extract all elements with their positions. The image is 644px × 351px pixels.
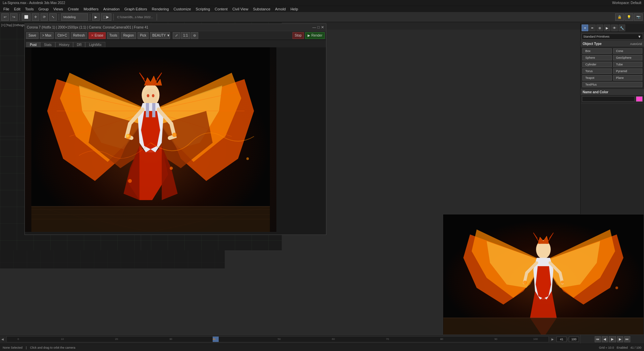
- menu-content[interactable]: Content: [213, 7, 230, 11]
- object-name-input[interactable]: [582, 96, 635, 102]
- toolbar-render-region[interactable]: ⬚▶: [101, 13, 111, 21]
- tool-hierarchy[interactable]: ⊕: [596, 24, 603, 31]
- btn-cylinder[interactable]: Cylinder: [582, 62, 612, 67]
- btn-plane[interactable]: Plane: [613, 75, 643, 81]
- menu-substance[interactable]: Substance: [251, 7, 272, 11]
- menu-tools[interactable]: Tools: [23, 7, 36, 11]
- render-button[interactable]: ▶ Render: [305, 32, 325, 39]
- ctrl-c-button[interactable]: Ctrl+C: [55, 32, 69, 39]
- toolbar-undo[interactable]: ↩: [1, 13, 9, 21]
- btn-box[interactable]: Box: [582, 48, 612, 54]
- toolbar-lock[interactable]: 🔒: [615, 13, 624, 21]
- toolbar-redo[interactable]: ↪: [10, 13, 17, 21]
- btn-cone[interactable]: Cone: [613, 48, 643, 54]
- menu-help[interactable]: Help: [288, 7, 300, 11]
- menu-civil-view[interactable]: Civil View: [230, 7, 250, 11]
- zoom-out[interactable]: ⊖: [191, 32, 198, 39]
- toolbar-view-select[interactable]: Modeling: [61, 13, 88, 21]
- beauty-dropdown[interactable]: BEAUTY ▼: [150, 32, 170, 39]
- refresh-button[interactable]: Refresh: [71, 32, 87, 39]
- menu-customize[interactable]: Customize: [171, 7, 193, 11]
- tab-stats[interactable]: Stats: [40, 42, 55, 47]
- current-frame-input[interactable]: [556, 337, 567, 342]
- name-color-row: [582, 96, 643, 102]
- toolbar-render[interactable]: ▶: [92, 13, 100, 21]
- tab-dr[interactable]: DR: [73, 42, 85, 47]
- play-last[interactable]: ⏭: [624, 336, 630, 342]
- svg-point-9: [172, 133, 176, 137]
- menu-animation[interactable]: Animation: [101, 7, 122, 11]
- tool-utilities[interactable]: 🔧: [619, 24, 625, 31]
- render-maximize[interactable]: □: [317, 25, 320, 30]
- menu-arnold[interactable]: Arnold: [273, 7, 288, 11]
- play-first[interactable]: ⏮: [595, 336, 601, 342]
- max-button[interactable]: > Max: [40, 32, 54, 39]
- btn-textplus[interactable]: TextPlus: [582, 82, 642, 87]
- render-minimize[interactable]: —: [312, 25, 316, 30]
- stop-button[interactable]: Stop: [292, 32, 304, 39]
- render-titlebar: Corona 7 (Hotfix 1) | 2000×1500px (1:1) …: [25, 24, 326, 31]
- primitives-arrow: ▼: [638, 35, 641, 39]
- toolbar-select[interactable]: ⬜: [22, 13, 31, 21]
- bottom-preview-window: [443, 214, 644, 335]
- zoom-1to1[interactable]: 1:1: [181, 32, 190, 39]
- menu-edit[interactable]: Edit: [12, 7, 22, 11]
- menu-file[interactable]: File: [1, 7, 11, 11]
- object-type-header[interactable]: Object Type AutoGrid: [581, 41, 644, 47]
- main-toolbar: ↩ ↪ ⬜ ✛ ⟳ ⤡ Modeling ▶ ⬚▶ C:\Users\BL..s…: [0, 12, 644, 22]
- name-color-title: Name and Color: [583, 90, 608, 94]
- erase-label: Erase: [95, 34, 103, 37]
- toolbar-scale[interactable]: ⤡: [49, 13, 57, 21]
- total-frames-input[interactable]: [569, 337, 579, 342]
- tool-modify[interactable]: ✒: [589, 24, 596, 31]
- render-close[interactable]: ✕: [321, 25, 324, 30]
- btn-tube[interactable]: Tube: [613, 62, 643, 67]
- btn-torus[interactable]: Torus: [582, 68, 612, 74]
- save-button[interactable]: Save: [26, 32, 39, 39]
- menu-rendering[interactable]: Rendering: [150, 7, 171, 11]
- tools-button[interactable]: Tools: [107, 32, 119, 39]
- tool-display[interactable]: 👁: [611, 24, 618, 31]
- primitives-dropdown[interactable]: Standard Primitives ▼: [582, 34, 643, 40]
- region-button[interactable]: Region: [121, 32, 136, 39]
- menu-views[interactable]: Views: [51, 7, 65, 11]
- name-color-header[interactable]: Name and Color: [581, 89, 644, 95]
- toolbar-cam[interactable]: 📷: [634, 13, 643, 21]
- erase-button[interactable]: ✕ Erase: [89, 32, 106, 39]
- tool-create[interactable]: ✦: [582, 24, 588, 31]
- autoname-label: AutoGrid: [630, 42, 642, 46]
- menu-create[interactable]: Create: [66, 7, 81, 11]
- object-color-swatch[interactable]: [636, 96, 643, 102]
- timeline-end: ▶: [550, 338, 555, 341]
- frame-counter: /: [555, 337, 580, 342]
- tab-lightmix[interactable]: LightMix: [85, 42, 105, 47]
- toolbar-rotate[interactable]: ⟳: [41, 13, 48, 21]
- play-forward[interactable]: ▶: [609, 336, 616, 342]
- tool-motion[interactable]: ▶: [604, 24, 610, 31]
- play-next[interactable]: ▶: [617, 336, 623, 342]
- toolbar-light[interactable]: 💡: [625, 13, 633, 21]
- btn-geosphere[interactable]: GeoSphere: [613, 55, 643, 60]
- btn-pyramid[interactable]: Pyramid: [613, 68, 643, 74]
- menu-group[interactable]: Group: [36, 7, 51, 11]
- svg-point-6: [152, 94, 155, 97]
- toolbar-right-icons: 🔒 💡 📷: [615, 13, 643, 21]
- timeline-track[interactable]: 0 10 20 30 41 50 60 70 80 90 100: [6, 336, 549, 342]
- render-label: Render: [311, 34, 322, 37]
- tab-history[interactable]: History: [55, 42, 73, 47]
- menu-graph-editors[interactable]: Graph Editors: [122, 7, 149, 11]
- toolbar-move[interactable]: ✛: [32, 13, 39, 21]
- preview-bg: [443, 214, 644, 335]
- toolbar-sep1: [19, 14, 20, 20]
- menu-modifiers[interactable]: Modifiers: [82, 7, 101, 11]
- app-title-text: La-Signora.max - Autodesk 3ds Max 2022: [3, 1, 65, 5]
- play-prev[interactable]: ◀: [602, 336, 608, 342]
- btn-sphere[interactable]: Sphere: [582, 55, 612, 60]
- pick-button[interactable]: Pick: [138, 32, 149, 39]
- menu-scripting[interactable]: Scripting: [194, 7, 212, 11]
- render-content: Save... Load... ▼ TONE MAPPING ✓ Exposur…: [25, 47, 326, 232]
- render-window: Corona 7 (Hotfix 1) | 2000×1500px (1:1) …: [24, 23, 326, 235]
- tab-post[interactable]: Post: [26, 42, 40, 47]
- btn-teapot[interactable]: Teapot: [582, 75, 612, 81]
- zoom-fit[interactable]: ⤢: [173, 32, 180, 39]
